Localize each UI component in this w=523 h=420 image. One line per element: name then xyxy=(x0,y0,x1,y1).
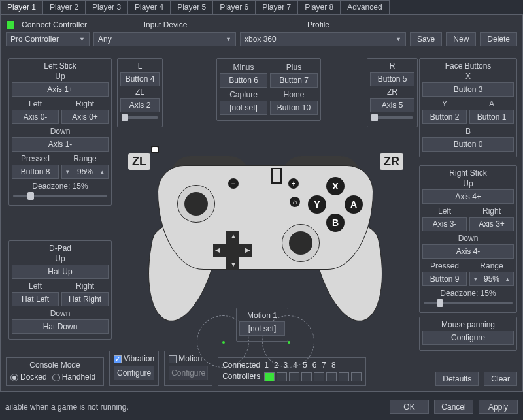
tab-player-6[interactable]: Player 6 xyxy=(212,0,256,14)
right-stick-pressed-bind[interactable]: Button 9 xyxy=(422,272,467,286)
l-bind[interactable]: Button 4 xyxy=(120,72,160,86)
left-stick-left-bind[interactable]: Axis 0- xyxy=(12,110,59,124)
left-stick-up-bind[interactable]: Axis 1+ xyxy=(12,82,109,97)
left-stick-deadzone-slider[interactable] xyxy=(13,195,107,197)
minus-icon: − xyxy=(228,178,239,189)
face-y-icon: Y xyxy=(308,195,326,214)
mouse-panning-configure-button[interactable]: Configure xyxy=(422,331,514,345)
left-stick-graphic xyxy=(177,185,215,223)
l-trigger-group: L Button 4 ZL Axis 2 xyxy=(117,58,163,127)
ok-button[interactable]: OK xyxy=(390,400,429,414)
tab-player-4[interactable]: Player 4 xyxy=(127,0,171,14)
controller-slot-5[interactable] xyxy=(314,372,324,381)
left-stick-deadzone-label: Deadzone: 15% xyxy=(12,182,109,191)
controller-slot-7[interactable] xyxy=(339,372,349,381)
tab-player-8[interactable]: Player 8 xyxy=(297,0,341,14)
home-icon: ⌂ xyxy=(290,197,300,207)
profile-save-button[interactable]: Save xyxy=(410,32,442,46)
dpad-down-bind[interactable]: Hat Down xyxy=(12,319,109,334)
dpad-right-bind[interactable]: Hat Right xyxy=(61,292,109,306)
input-device-select[interactable]: Any▼ xyxy=(93,32,236,46)
apply-button[interactable]: Apply xyxy=(479,400,518,414)
left-stick-title: Left Stick xyxy=(12,61,109,71)
right-stick-up-bind[interactable]: Axis 4+ xyxy=(422,189,514,204)
zr-bind[interactable]: Axis 5 xyxy=(370,98,414,112)
connect-controller-label: Connect Controller xyxy=(22,20,100,29)
right-stick-range-select[interactable]: ▾95%▴ xyxy=(469,272,514,286)
zl-badge: ZL xyxy=(128,153,150,170)
face-x-bind[interactable]: Button 3 xyxy=(422,82,514,97)
controller-slot-6[interactable] xyxy=(326,372,337,381)
connect-controller-checkbox[interactable] xyxy=(6,20,15,29)
clear-button[interactable]: Clear xyxy=(484,372,517,386)
r-bind[interactable]: Button 5 xyxy=(370,72,414,86)
motion-checkbox[interactable]: Motion xyxy=(169,354,202,363)
left-stick-right-bind[interactable]: Axis 0+ xyxy=(61,110,109,124)
console-mode-group: Console Mode Docked Handheld xyxy=(6,357,104,386)
face-b-icon: B xyxy=(326,214,345,232)
plus-bind[interactable]: Button 7 xyxy=(270,73,318,88)
face-x-icon: X xyxy=(326,177,345,195)
right-stick-group: Right Stick Up Axis 4+ Left Axis 3- Righ… xyxy=(419,165,517,313)
tab-player-2[interactable]: Player 2 xyxy=(42,0,86,14)
tab-player-7[interactable]: Player 7 xyxy=(255,0,298,14)
minus-bind[interactable]: Button 6 xyxy=(220,73,267,88)
zl-bind[interactable]: Axis 2 xyxy=(120,98,160,112)
console-mode-handheld-radio[interactable]: Handheld xyxy=(52,372,95,381)
controller-graphic: ▲ ▼ ◀ ▶ X Y A B − + ⌂ xyxy=(151,146,380,322)
tab-player-1[interactable]: Player 1 xyxy=(0,0,43,14)
profile-new-button[interactable]: New xyxy=(446,32,476,46)
controller-slot-2[interactable] xyxy=(277,372,287,381)
defaults-button[interactable]: Defaults xyxy=(435,372,479,386)
left-stick-range-select[interactable]: ▾95%▴ xyxy=(61,165,109,179)
vibration-checkbox[interactable]: Vibration xyxy=(114,354,154,363)
zr-slider[interactable] xyxy=(371,116,413,119)
zl-slider[interactable] xyxy=(122,116,158,119)
right-stick-right-bind[interactable]: Axis 3+ xyxy=(469,217,514,231)
r-trigger-group: R Button 5 ZR Axis 5 xyxy=(367,58,418,127)
dpad-left-bind[interactable]: Hat Left xyxy=(12,292,59,306)
tab-advanced[interactable]: Advanced xyxy=(340,0,389,14)
capture-bind[interactable]: [not set] xyxy=(220,101,267,115)
profile-delete-button[interactable]: Delete xyxy=(480,32,517,46)
motion-bind[interactable]: [not set] xyxy=(239,321,285,336)
right-stick-deadzone-slider[interactable] xyxy=(424,302,513,304)
controller-slot-1[interactable] xyxy=(264,372,275,381)
left-stick-group: Left Stick Up Axis 1+ Left Axis 0- Right… xyxy=(8,58,112,206)
status-text: ailable when a game is not running. xyxy=(5,402,129,412)
controller-slot-4[interactable] xyxy=(301,372,312,381)
capture-icon xyxy=(151,146,159,153)
face-a-bind[interactable]: Button 1 xyxy=(469,110,514,124)
tab-player-5[interactable]: Player 5 xyxy=(170,0,213,14)
chevron-down-icon: ▼ xyxy=(226,36,231,42)
face-b-bind[interactable]: Button 0 xyxy=(422,137,514,152)
profile-label: Profile xyxy=(231,20,406,29)
input-device-label: Input Device xyxy=(107,20,224,29)
right-stick-left-bind[interactable]: Axis 3- xyxy=(422,217,467,231)
plus-icon: + xyxy=(288,178,299,189)
controller-type-select[interactable]: Pro Controller▼ xyxy=(6,32,90,46)
console-mode-docked-radio[interactable]: Docked xyxy=(10,372,47,381)
motion-configure-button[interactable]: Configure xyxy=(169,366,208,380)
cancel-button[interactable]: Cancel xyxy=(434,400,473,414)
home-bind[interactable]: Button 10 xyxy=(270,101,318,115)
right-stick-down-bind[interactable]: Axis 4- xyxy=(422,244,514,259)
system-buttons-group: Minus Button 6 Plus Button 7 Capture [no… xyxy=(216,58,321,121)
right-stick-deadzone-label: Deadzone: 15% xyxy=(422,289,514,298)
chevron-down-icon: ▼ xyxy=(396,36,401,42)
face-y-bind[interactable]: Button 2 xyxy=(422,110,467,124)
dpad-graphic: ▲ ▼ ◀ ▶ xyxy=(213,231,252,270)
profile-select[interactable]: xbox 360▼ xyxy=(240,32,406,46)
vibration-configure-button[interactable]: Configure xyxy=(114,366,154,380)
right-stick-graphic xyxy=(282,224,320,262)
zr-badge: ZR xyxy=(380,153,403,170)
chevron-down-icon: ▼ xyxy=(79,36,85,42)
controller-slot-8[interactable] xyxy=(351,372,362,381)
connected-controllers-group: Connected 1 2 3 4 5 6 7 8 Controllers xyxy=(218,357,366,386)
dpad-up-bind[interactable]: Hat Up xyxy=(12,265,109,279)
face-a-icon: A xyxy=(345,195,363,214)
controller-slot-3[interactable] xyxy=(289,372,299,381)
left-stick-pressed-bind[interactable]: Button 8 xyxy=(12,165,59,179)
tab-player-3[interactable]: Player 3 xyxy=(85,0,128,14)
left-stick-down-bind[interactable]: Axis 1- xyxy=(12,137,109,152)
